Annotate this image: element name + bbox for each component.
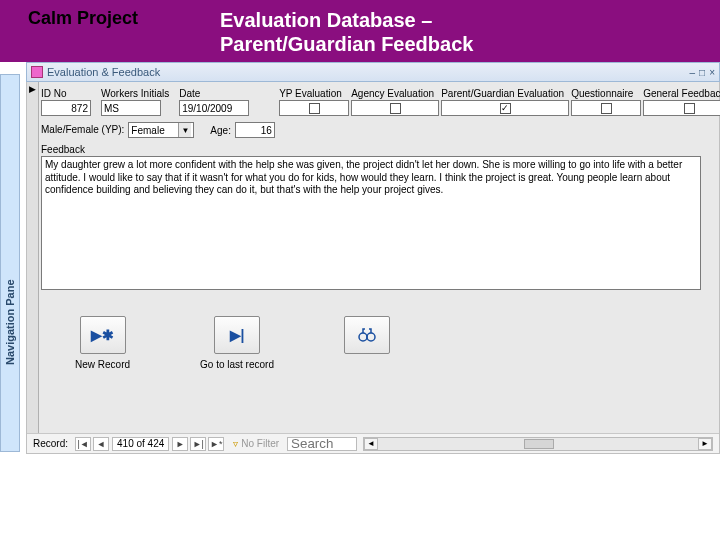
nav-new-button[interactable]: ►* — [208, 437, 224, 451]
slide-title-left: Calm Project — [0, 8, 220, 29]
general-feedback-label: General Feedback — [643, 88, 720, 99]
date-label: Date — [179, 88, 249, 99]
window-minimize-button[interactable]: – — [690, 67, 696, 78]
questionnaire-label: Questionnaire — [571, 88, 641, 99]
record-selector-icon: ▶ — [27, 82, 38, 94]
window-title: Evaluation & Feedback — [47, 66, 690, 78]
form-icon — [31, 66, 43, 78]
feedback-textarea[interactable]: My daughter grew a lot more confident wi… — [41, 156, 701, 290]
record-navigation-bar: Record: |◄ ◄ 410 of 424 ► ►| ►* ▿ No Fil… — [27, 433, 719, 453]
male-female-label: Male/Female (YP): — [41, 124, 124, 135]
search-input[interactable] — [287, 437, 357, 451]
app-area: Navigation Pane Evaluation & Feedback – … — [0, 62, 720, 480]
yp-eval-checkbox[interactable] — [309, 103, 320, 114]
form-body: ▶ ID No Workers Initials Date YP Evaluat… — [26, 82, 720, 454]
filter-indicator[interactable]: ▿ No Filter — [233, 438, 279, 449]
record-selector[interactable]: ▶ — [27, 82, 39, 434]
workers-initials-field[interactable] — [101, 100, 161, 116]
questionnaire-checkbox[interactable] — [601, 103, 612, 114]
id-no-field[interactable] — [41, 100, 91, 116]
window-titlebar[interactable]: Evaluation & Feedback – □ × — [26, 62, 720, 82]
date-field[interactable] — [179, 100, 249, 116]
horizontal-scrollbar[interactable]: ◄ ► — [363, 437, 713, 451]
male-female-value: Female — [131, 125, 164, 136]
yp-eval-label: YP Evaluation — [279, 88, 349, 99]
record-label: Record: — [27, 438, 74, 449]
scroll-thumb[interactable] — [524, 439, 554, 449]
funnel-icon: ▿ — [233, 438, 238, 449]
navigation-pane[interactable]: Navigation Pane — [0, 74, 20, 452]
agency-eval-label: Agency Evaluation — [351, 88, 439, 99]
scroll-left-button[interactable]: ◄ — [364, 438, 378, 450]
parent-eval-label: Parent/Guardian Evaluation — [441, 88, 569, 99]
age-field[interactable] — [235, 122, 275, 138]
age-label: Age: — [210, 125, 231, 136]
svg-point-1 — [367, 333, 375, 341]
find-button[interactable] — [344, 316, 390, 354]
navigation-pane-label: Navigation Pane — [4, 279, 16, 365]
scroll-right-button[interactable]: ► — [698, 438, 712, 450]
chevron-down-icon[interactable]: ▼ — [178, 123, 191, 137]
binoculars-icon — [357, 325, 377, 345]
id-no-label: ID No — [41, 88, 91, 99]
general-feedback-checkbox[interactable] — [684, 103, 695, 114]
window-maximize-button[interactable]: □ — [699, 67, 705, 78]
go-to-last-caption: Go to last record — [200, 359, 274, 370]
slide-header: Calm Project Evaluation Database – Paren… — [0, 0, 720, 62]
window-close-button[interactable]: × — [709, 67, 715, 78]
evaluation-checkboxes: YP Evaluation Agency Evaluation Parent/G… — [279, 88, 720, 116]
nav-first-button[interactable]: |◄ — [75, 437, 91, 451]
nav-last-button[interactable]: ►| — [190, 437, 206, 451]
male-female-select[interactable]: Female ▼ — [128, 122, 194, 138]
form-window: Evaluation & Feedback – □ × ▶ ID No Work… — [26, 62, 720, 462]
parent-eval-checkbox[interactable]: ✓ — [500, 103, 511, 114]
new-record-button[interactable]: ▶✱ — [80, 316, 126, 354]
agency-eval-checkbox[interactable] — [390, 103, 401, 114]
workers-initials-label: Workers Initials — [101, 88, 169, 99]
feedback-label: Feedback — [41, 144, 711, 155]
svg-point-0 — [359, 333, 367, 341]
slide-title-right: Evaluation Database – Parent/Guardian Fe… — [220, 8, 473, 56]
record-position[interactable]: 410 of 424 — [112, 437, 169, 451]
nav-prev-button[interactable]: ◄ — [93, 437, 109, 451]
nav-next-button[interactable]: ► — [172, 437, 188, 451]
go-to-last-record-button[interactable]: ▶| — [214, 316, 260, 354]
new-record-caption: New Record — [75, 359, 130, 370]
